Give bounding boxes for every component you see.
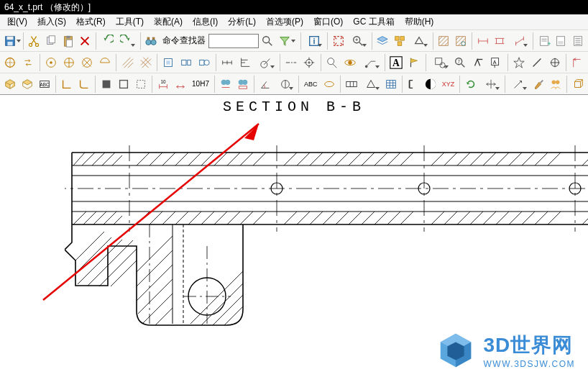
star-icon[interactable]: [511, 54, 528, 71]
surface-finish-icon[interactable]: [470, 54, 487, 71]
command-finder-input[interactable]: [208, 34, 259, 48]
leader-icon[interactable]: [359, 54, 381, 71]
cube-wire-icon[interactable]: [570, 76, 586, 93]
command-finder-search[interactable]: [259, 32, 275, 50]
balloon-icon[interactable]: [324, 54, 341, 71]
filter-button[interactable]: [277, 32, 293, 50]
sheet-props-button[interactable]: [553, 32, 569, 50]
svg-rect-26: [439, 36, 449, 45]
swap-icon[interactable]: [20, 54, 37, 71]
datum-target-icon[interactable]: A: [488, 54, 505, 71]
iso-cube2-icon[interactable]: [19, 76, 35, 93]
arc-corner-icon[interactable]: [76, 76, 92, 93]
hatch-line-icon[interactable]: [119, 54, 136, 71]
hatch-1-icon[interactable]: [436, 32, 452, 50]
ellipse-icon[interactable]: [321, 76, 337, 93]
layers-button[interactable]: [375, 32, 391, 50]
smart-dim-icon[interactable]: [569, 54, 586, 71]
menu-tools[interactable]: 工具(T): [111, 16, 148, 28]
dim-ordinate-icon[interactable]: [237, 54, 254, 71]
target-1-icon[interactable]: [43, 54, 60, 71]
dim-more-icon[interactable]: [509, 32, 530, 50]
target-2-icon[interactable]: [61, 54, 78, 71]
menu-preferences[interactable]: 首选项(P): [262, 16, 308, 28]
dim-horizontal-icon[interactable]: [475, 32, 491, 50]
view-style-button[interactable]: [409, 32, 430, 50]
dim-chain-icon[interactable]: [219, 54, 236, 71]
annotation-box-icon[interactable]: ABC: [37, 76, 52, 93]
tri-icon[interactable]: [361, 76, 382, 93]
menu-help[interactable]: 帮助(H): [400, 16, 438, 28]
menu-information[interactable]: 信息(I): [188, 16, 222, 28]
command-finder-label: 命令查找器: [160, 35, 208, 47]
delete-button[interactable]: [78, 32, 93, 50]
find-dim2-icon[interactable]: [235, 76, 251, 93]
line-diag-icon[interactable]: [529, 54, 546, 71]
menu-format[interactable]: 格式(R): [72, 16, 110, 28]
sheet-list-button[interactable]: [570, 32, 586, 50]
circle-centerline-icon[interactable]: [2, 54, 19, 71]
cut-button[interactable]: [27, 32, 42, 50]
hatch-2-icon[interactable]: [453, 32, 469, 50]
target-3-icon[interactable]: [79, 54, 96, 71]
menu-assemblies[interactable]: 装配(A): [150, 16, 187, 28]
undo-button[interactable]: [99, 32, 115, 50]
canvas[interactable]: SECTION B-B: [0, 95, 588, 377]
brush-icon[interactable]: [530, 76, 546, 93]
expand-icon[interactable]: [480, 76, 501, 93]
table-icon[interactable]: [383, 76, 399, 93]
centermark-icon[interactable]: [546, 54, 563, 71]
menu-insert[interactable]: 插入(S): [33, 16, 70, 28]
view-detail-icon[interactable]: [196, 54, 213, 71]
corner-icon[interactable]: [59, 76, 75, 93]
menu-view[interactable]: 图(V): [3, 16, 32, 28]
section-line-icon[interactable]: [405, 76, 421, 93]
paste-button[interactable]: [60, 32, 76, 50]
text-A-button[interactable]: A: [388, 54, 405, 71]
redo-button[interactable]: [116, 32, 137, 50]
centerline-auto-icon[interactable]: [301, 54, 318, 71]
dim-a-icon[interactable]: 10: [155, 76, 171, 93]
find-dim-icon[interactable]: [218, 76, 234, 93]
save-button[interactable]: [2, 32, 18, 50]
magnify-part-icon[interactable]: 7: [452, 54, 469, 71]
menu-window[interactable]: 窗口(O): [309, 16, 347, 28]
people-icon[interactable]: [548, 76, 564, 93]
dim-radial-icon[interactable]: [254, 54, 276, 71]
svg-point-28: [461, 41, 465, 45]
svg-rect-13: [152, 37, 155, 40]
binoculars-icon[interactable]: [144, 32, 160, 50]
fit-view-button[interactable]: [331, 32, 346, 50]
view-proj-icon[interactable]: [178, 54, 195, 71]
svg-point-11: [151, 40, 156, 45]
dim-parallel-icon[interactable]: [492, 32, 508, 50]
halftone-icon[interactable]: [423, 76, 438, 93]
arrow-icon[interactable]: [508, 76, 529, 93]
svg-text:ABC: ABC: [40, 81, 50, 86]
orbit-icon[interactable]: [341, 54, 358, 71]
menu-gc-toolbox[interactable]: GC 工具箱: [349, 16, 398, 28]
box-solid-icon[interactable]: [98, 76, 114, 93]
box-outline-icon[interactable]: [116, 76, 132, 93]
half-circle-icon[interactable]: [96, 54, 113, 71]
hole-callout-icon[interactable]: [275, 76, 295, 93]
sheet-add-button[interactable]: +: [536, 32, 552, 50]
centerline-h-icon[interactable]: [283, 54, 300, 71]
view-base-icon[interactable]: [160, 54, 177, 71]
menu-analysis[interactable]: 分析(L): [224, 16, 260, 28]
zoom-button[interactable]: [348, 32, 369, 50]
view-info-button[interactable]: i: [303, 32, 324, 50]
refresh-icon[interactable]: [463, 76, 479, 93]
svg-rect-1: [6, 36, 13, 40]
svg-point-4: [36, 43, 39, 46]
dim-b-icon[interactable]: [173, 76, 188, 93]
box-dashed-icon[interactable]: [133, 76, 149, 93]
assembly-nav-button[interactable]: [392, 32, 408, 50]
angle-dim-icon[interactable]: [257, 76, 273, 93]
copy-button[interactable]: [43, 32, 59, 50]
magnify-view-icon[interactable]: [429, 54, 451, 71]
gd-t-icon[interactable]: [344, 76, 359, 93]
iso-cube-icon[interactable]: [2, 76, 18, 93]
flag-icon[interactable]: [406, 54, 423, 71]
hatch-cross-icon[interactable]: [137, 54, 154, 71]
